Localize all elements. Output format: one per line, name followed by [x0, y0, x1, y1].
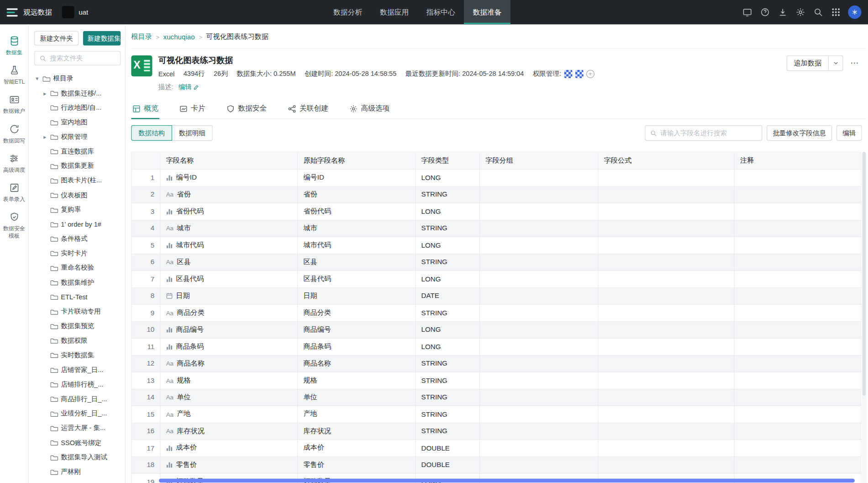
folder-item[interactable]: 条件格式	[34, 232, 121, 246]
breadcrumb-root[interactable]: 根目录	[131, 32, 152, 42]
tab-related-create[interactable]: 关联创建	[287, 101, 329, 119]
brand-name: 观远数据	[23, 7, 52, 17]
folder-item[interactable]: 室内地图	[34, 115, 121, 130]
folder-item[interactable]: 数据权限	[34, 334, 121, 348]
table-row[interactable]: 1编号ID编号IDLONG	[132, 170, 862, 186]
nav-data-prep[interactable]: 数据准备	[464, 0, 510, 24]
nav-data-apps[interactable]: 数据应用	[371, 0, 418, 24]
folder-item[interactable]: ▸权限管理	[34, 130, 121, 144]
rail-item-data-writeback[interactable]: 数据回写	[0, 119, 28, 149]
rail-item-advanced-schedule[interactable]: 高级调度	[0, 149, 28, 178]
table-row[interactable]: 11商品条码商品条码LONG	[132, 339, 862, 356]
folder-item[interactable]: 数据集维护	[34, 275, 121, 290]
folder-item[interactable]: 店铺管家_日...	[34, 363, 121, 377]
table-row[interactable]: 3省份代码省份代码LONG	[132, 203, 862, 220]
guandata-logo-icon[interactable]	[7, 8, 18, 16]
folder-item-label: 实时数据集	[61, 350, 94, 360]
folder-item[interactable]: 实时卡片	[34, 246, 121, 261]
more-actions-icon[interactable]: ⋯	[847, 55, 862, 71]
table-row[interactable]: 16Aa库存状况库存状况STRING	[132, 423, 862, 440]
table-row[interactable]: 18零售价零售价DOUBLE	[132, 457, 862, 474]
permission-avatar[interactable]	[575, 70, 583, 78]
folder-search-input[interactable]	[50, 54, 116, 62]
new-dataset-button[interactable]: 新建数据集	[83, 31, 121, 46]
nav-metric-center[interactable]: 指标中心	[417, 0, 464, 24]
breadcrumb-owner[interactable]: xuchuqiao	[163, 33, 195, 41]
table-row[interactable]: 8日期日期DATE	[132, 288, 862, 305]
folder-item[interactable]: SSO账号绑定	[34, 435, 121, 450]
table-row[interactable]: 10商品编号商品编号LONG	[132, 322, 862, 339]
folder-item[interactable]: 1' order by 1#	[34, 217, 121, 232]
row-index: 11	[132, 339, 161, 356]
rail-item-form-entry[interactable]: 表单录入	[0, 178, 28, 207]
folder-item[interactable]: 复购率	[34, 202, 121, 217]
folder-item[interactable]: 重命名校验	[34, 260, 121, 275]
folder-item[interactable]: 数据集导入测试	[34, 450, 121, 465]
folder-item[interactable]: 仪表板图	[34, 188, 121, 202]
folder-item[interactable]: 行政地图/自...	[34, 101, 121, 115]
tab-advanced-options[interactable]: 高级选项	[348, 101, 391, 119]
append-data-button[interactable]: 追加数据	[787, 55, 843, 71]
table-row[interactable]: 13Aa规格规格STRING	[132, 372, 862, 389]
app-grid-icon[interactable]	[829, 5, 842, 19]
new-folder-button[interactable]: 新建文件夹	[34, 31, 79, 46]
folder-item[interactable]: ETL-Test	[34, 290, 121, 304]
permission-avatar[interactable]	[564, 70, 572, 78]
folder-item[interactable]: 卡片联动专用	[34, 304, 121, 319]
help-icon[interactable]	[758, 5, 772, 19]
screencast-icon[interactable]	[740, 5, 754, 19]
table-row[interactable]: 6Aa区县区县STRING	[132, 254, 862, 271]
folder-item[interactable]: 直连数据库	[34, 144, 121, 159]
field-formula-cell	[599, 186, 735, 203]
folder-item[interactable]: 严林刚	[34, 465, 121, 479]
data-detail-button[interactable]: 数据明细	[172, 125, 213, 141]
vertical-scrollbar-thumb[interactable]	[863, 152, 866, 395]
tab-data-security[interactable]: 数据安全	[225, 101, 268, 119]
rail-item-smart-etl[interactable]: 智能ETL	[0, 60, 28, 90]
settings-gear-icon[interactable]	[793, 5, 807, 19]
table-row[interactable]: 9Aa商品分类商品分类STRING	[132, 305, 862, 322]
folder-item[interactable]: 商品排行_日_...	[34, 392, 121, 406]
tab-cards[interactable]: 卡片	[178, 101, 206, 119]
user-avatar[interactable]	[848, 5, 861, 19]
table-row[interactable]: 12Aa商品名称商品名称STRING	[132, 356, 862, 372]
batch-edit-fields-button[interactable]: 批量修改字段信息	[767, 125, 832, 141]
caret-right-icon[interactable]: ▸	[42, 90, 47, 96]
rail-item-data-account[interactable]: 数据账户	[0, 90, 28, 119]
table-row[interactable]: 7区县代码区县代码LONG	[132, 271, 862, 288]
folder-item[interactable]: 数据集预览	[34, 319, 121, 334]
folder-item[interactable]: 业绩分析_日_...	[34, 406, 121, 421]
edit-description-link[interactable]: 编辑	[179, 83, 200, 92]
primary-nav: 数据分析 数据应用 指标中心 数据准备	[325, 0, 510, 24]
caret-down-icon[interactable]: ▾	[34, 75, 40, 81]
folder-item[interactable]: 运营大屏 - 集...	[34, 421, 121, 435]
horizontal-scrollbar[interactable]	[159, 478, 855, 482]
table-row[interactable]: 2Aa省份省份STRING	[132, 186, 862, 203]
add-permission-icon[interactable]: +	[586, 70, 594, 78]
vertical-scrollbar[interactable]	[862, 152, 867, 483]
folder-item[interactable]: 视图数据集	[34, 479, 121, 483]
caret-right-icon[interactable]: ▸	[42, 134, 47, 140]
search-icon[interactable]	[811, 5, 825, 19]
field-search-input[interactable]	[660, 129, 757, 137]
table-row[interactable]: 17成本价成本价DOUBLE	[132, 440, 862, 457]
folder-root[interactable]: ▾ 根目录	[34, 71, 121, 86]
download-icon[interactable]	[776, 5, 789, 19]
chevron-down-icon[interactable]	[828, 56, 843, 70]
rail-item-data-security-template[interactable]: 数据安全模板	[0, 207, 28, 244]
table-row[interactable]: 5城市代码城市代码LONG	[132, 237, 862, 254]
table-row[interactable]: 14Aa单位单位STRING	[132, 389, 862, 406]
folder-item[interactable]: 店铺排行榜_...	[34, 377, 121, 392]
folder-item[interactable]: ▸数据集迁移/...	[34, 86, 121, 101]
field-name: 城市	[177, 223, 190, 233]
table-row[interactable]: 15Aa产地产地STRING	[132, 406, 862, 423]
folder-item[interactable]: 数据集更新	[34, 159, 121, 173]
folder-item[interactable]: 实时数据集	[34, 348, 121, 363]
rail-item-datasets[interactable]: 数据集	[0, 31, 28, 60]
tab-overview[interactable]: 概览	[131, 101, 159, 119]
nav-data-analysis[interactable]: 数据分析	[325, 0, 371, 24]
table-row[interactable]: 4Aa城市城市STRING	[132, 220, 862, 237]
edit-button[interactable]: 编辑	[836, 125, 862, 141]
data-structure-button[interactable]: 数据结构	[131, 125, 172, 141]
folder-item[interactable]: 图表卡片(柱...	[34, 173, 121, 188]
